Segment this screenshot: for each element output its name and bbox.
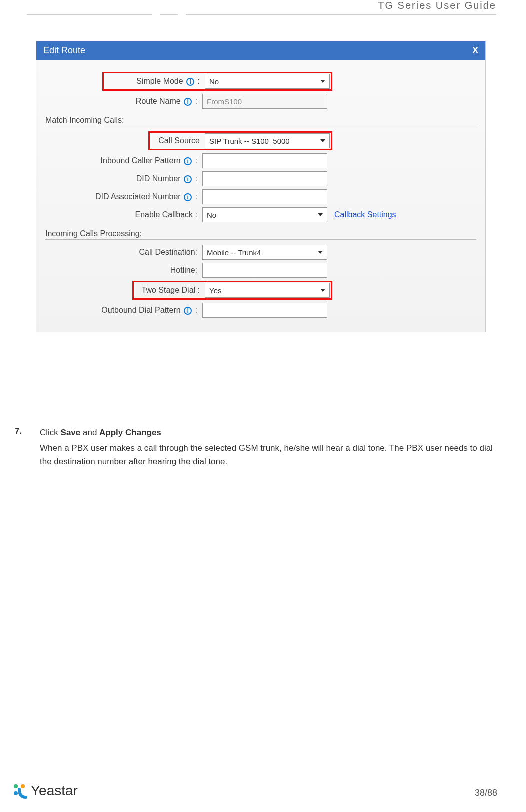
incoming-processing-heading: Incoming Calls Processing:: [45, 229, 479, 238]
callback-settings-link[interactable]: Callback Settings: [334, 210, 396, 219]
simple-mode-select[interactable]: No: [205, 74, 330, 89]
dialog-titlebar: Edit Route X: [36, 41, 485, 60]
did-number-input[interactable]: [202, 171, 327, 186]
two-stage-dial-select[interactable]: Yes: [205, 283, 330, 298]
instruction-text: 7. Click Save and Apply Changes When a P…: [15, 426, 501, 468]
page-number: 38/88: [475, 788, 497, 798]
step-number: 7.: [15, 426, 30, 439]
inbound-caller-pattern-label: Inbound Caller Pattern i :: [42, 156, 202, 165]
two-stage-dial-label: Two Stage Dial :: [135, 286, 205, 295]
info-icon[interactable]: i: [184, 175, 192, 183]
step-line: Click Save and Apply Changes: [40, 426, 501, 439]
brand-name: Yeastar: [31, 783, 78, 799]
did-number-label: DID Number i :: [42, 174, 202, 183]
inbound-caller-pattern-input[interactable]: [202, 153, 327, 168]
did-associated-number-input[interactable]: [202, 189, 327, 204]
call-destination-label: Call Destination:: [42, 248, 202, 257]
simple-mode-label: Simple Mode i :: [105, 77, 205, 86]
enable-callback-select[interactable]: No: [202, 207, 327, 222]
doc-header-title: TG Series User Guide: [378, 0, 496, 11]
info-icon[interactable]: i: [184, 157, 192, 165]
hotline-label: Hotline:: [42, 266, 202, 275]
header-rule: [27, 14, 496, 15]
section-divider: [45, 239, 476, 240]
svg-point-2: [14, 791, 18, 795]
step-description: When a PBX user makes a call through the…: [40, 441, 501, 468]
brand-logo: Yeastar: [11, 782, 78, 799]
info-icon[interactable]: i: [186, 78, 194, 86]
route-name-label: Route Name i :: [42, 97, 202, 106]
section-divider: [45, 126, 476, 126]
call-source-label: Call Source: [151, 136, 205, 145]
did-associated-number-label: DID Associated Number i :: [42, 192, 202, 201]
match-incoming-heading: Match Incoming Calls:: [45, 116, 479, 125]
enable-callback-label: Enable Callback :: [42, 210, 202, 219]
info-icon[interactable]: i: [184, 307, 192, 315]
info-icon[interactable]: i: [184, 98, 192, 106]
edit-route-dialog: Edit Route X Simple Mode i : No Route Na…: [36, 41, 486, 332]
svg-point-1: [21, 784, 25, 788]
route-name-input[interactable]: FromS100: [202, 94, 327, 109]
hotline-input[interactable]: [202, 263, 327, 278]
logo-icon: [11, 782, 28, 799]
close-icon[interactable]: X: [472, 45, 478, 56]
dialog-title: Edit Route: [43, 45, 85, 56]
info-icon[interactable]: i: [184, 193, 192, 201]
call-source-select[interactable]: SIP Trunk -- S100_5000: [205, 133, 330, 148]
outbound-dial-pattern-label: Outbound Dial Pattern i :: [42, 306, 202, 315]
call-destination-select[interactable]: Mobile -- Trunk4: [202, 245, 327, 260]
outbound-dial-pattern-input[interactable]: [202, 303, 327, 318]
svg-point-0: [14, 784, 18, 788]
